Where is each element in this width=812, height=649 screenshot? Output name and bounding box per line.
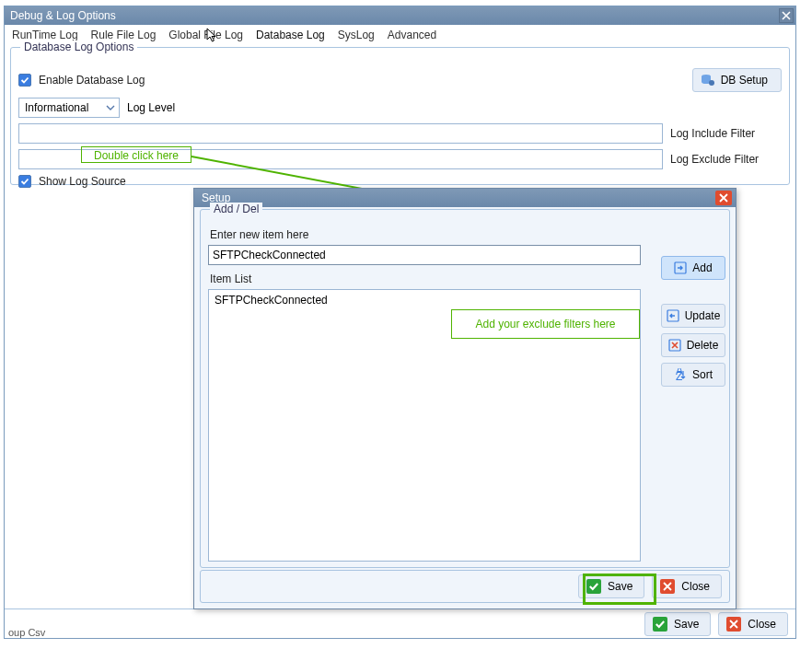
- tab-rule-file-log[interactable]: Rule File Log: [91, 29, 157, 41]
- update-button[interactable]: Update: [661, 304, 725, 328]
- item-list-label: Item List: [210, 272, 722, 285]
- log-level-value: Informational: [25, 101, 88, 114]
- main-save-label: Save: [674, 618, 699, 631]
- tab-advanced[interactable]: Advanced: [388, 29, 436, 41]
- close-icon: [719, 193, 728, 203]
- setup-titlebar: Setup: [194, 189, 736, 207]
- log-level-select[interactable]: Informational: [18, 98, 120, 118]
- add-button-label: Add: [692, 261, 712, 274]
- setup-save-button[interactable]: Save: [578, 574, 644, 598]
- check-icon: [20, 75, 29, 85]
- show-log-source-checkbox[interactable]: [18, 175, 31, 188]
- database-log-options-group: Database Log Options Enable Database Log…: [10, 47, 790, 185]
- db-setup-label: DB Setup: [721, 74, 768, 87]
- log-include-filter-label: Log Include Filter: [670, 127, 781, 140]
- window-title: Debug & Log Options: [10, 9, 116, 22]
- tab-global-file-log[interactable]: Global File Log: [168, 29, 243, 41]
- add-arrow-icon: [674, 261, 687, 274]
- add-button[interactable]: Add: [661, 256, 725, 280]
- tab-runtime-log[interactable]: RunTime Log: [12, 29, 78, 41]
- chevron-down-icon: [106, 103, 115, 112]
- side-button-column: Update Delete A Z Sort: [661, 304, 725, 387]
- setup-save-label: Save: [608, 580, 632, 593]
- delete-button[interactable]: Delete: [661, 333, 725, 357]
- exclude-filters-hint: Add your exclude filters here: [451, 309, 640, 339]
- main-dialog-footer: Save Close: [5, 608, 795, 638]
- check-icon: [653, 617, 667, 632]
- setup-dialog: Setup Add / Del Enter new item here Add …: [193, 188, 737, 609]
- show-log-source-label: Show Log Source: [39, 175, 126, 188]
- check-icon: [586, 579, 601, 594]
- double-click-hint: Double click here: [81, 146, 191, 163]
- setup-body: Add / Del Enter new item here Add Item L…: [194, 207, 736, 574]
- delete-button-label: Delete: [687, 339, 719, 352]
- close-icon: [782, 11, 791, 20]
- sort-icon: A Z: [674, 368, 687, 381]
- close-icon: [726, 617, 741, 632]
- window-close-button[interactable]: [779, 8, 794, 23]
- main-close-label: Close: [748, 618, 776, 631]
- new-item-input[interactable]: [208, 245, 641, 265]
- svg-text:Z: Z: [676, 370, 682, 381]
- groupbox-title: Database Log Options: [20, 41, 137, 53]
- enable-database-log-label: Enable Database Log: [39, 74, 145, 87]
- close-icon: [660, 579, 675, 594]
- tab-syslog[interactable]: SysLog: [338, 29, 375, 41]
- setup-titlebar-close-button[interactable]: [715, 191, 732, 205]
- svg-point-1: [709, 80, 714, 86]
- enable-database-log-checkbox[interactable]: [18, 74, 31, 87]
- enter-new-item-label: Enter new item here: [210, 228, 722, 241]
- delete-icon: [668, 339, 681, 352]
- log-level-label: Log Level: [127, 101, 175, 114]
- setup-close-button[interactable]: Close: [652, 574, 722, 598]
- tab-database-log[interactable]: Database Log: [256, 29, 325, 41]
- database-gear-icon: [701, 74, 715, 87]
- sort-button-label: Sort: [692, 368, 713, 381]
- update-button-label: Update: [685, 309, 721, 322]
- db-setup-button[interactable]: DB Setup: [692, 68, 782, 92]
- truncated-background-text: oup Csv: [8, 627, 45, 638]
- log-exclude-filter-label: Log Exclude Filter: [670, 153, 781, 166]
- update-arrow-icon: [667, 309, 679, 322]
- sort-button[interactable]: A Z Sort: [661, 363, 725, 387]
- setup-dialog-footer: Save Close: [200, 570, 730, 603]
- list-item[interactable]: SFTPCheckConnected: [215, 294, 634, 307]
- titlebar: Debug & Log Options: [5, 6, 795, 25]
- add-del-group: Add / Del Enter new item here Add Item L…: [200, 209, 730, 568]
- log-include-filter-input[interactable]: [18, 123, 663, 144]
- setup-close-label: Close: [681, 580, 710, 593]
- add-del-group-title: Add / Del: [210, 203, 262, 215]
- main-save-button[interactable]: Save: [644, 612, 711, 636]
- main-close-button[interactable]: Close: [718, 612, 788, 636]
- check-icon: [20, 177, 29, 186]
